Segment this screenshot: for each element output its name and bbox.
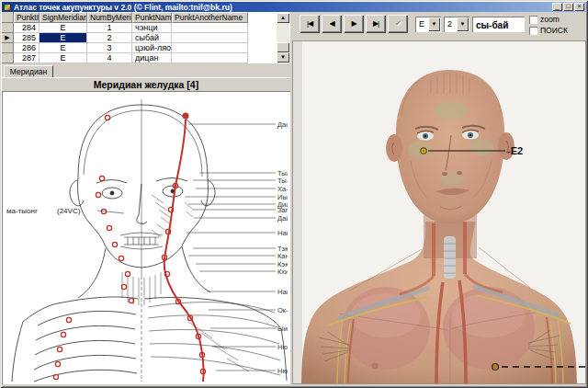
grid-cell[interactable] <box>172 33 248 43</box>
first-record-button[interactable]: |◀ <box>300 15 320 33</box>
figure-outline <box>12 99 287 382</box>
point-label: Нан- <box>277 229 288 237</box>
figure-right-annotations: Дао-ТыаТы-Ха-Иы-Диа-Зап-Дай-Нан-ТзюКан-К… <box>185 120 288 375</box>
grid-row: 287E4дицан <box>2 53 290 63</box>
acupuncture-point <box>112 242 117 246</box>
search-checkbox-label: ПОИСК <box>540 26 568 35</box>
column-header-PunktAnotherName[interactable]: PunktAnotherName <box>172 12 248 23</box>
point-label: Дао- <box>277 120 288 129</box>
next-record-button[interactable]: ▶ <box>344 15 364 33</box>
meridian-select-value: E <box>419 19 424 29</box>
row-marker-icon[interactable]: ▶ <box>2 33 14 43</box>
point-label: Дай- <box>277 214 288 223</box>
body-model: -E2 <box>293 41 585 383</box>
grid-cell[interactable]: E <box>40 53 87 63</box>
grid-cell[interactable]: 286 <box>14 43 40 53</box>
grid-cell[interactable]: 284 <box>14 23 40 33</box>
grid-cell[interactable]: 1 <box>87 23 132 33</box>
grid-cell[interactable]: E <box>40 43 87 53</box>
point-label: Нао- <box>277 288 288 296</box>
grid-cell[interactable]: 285 <box>14 33 40 43</box>
column-header-PunktName[interactable]: PunktName <box>132 12 172 23</box>
point-number-value: 2 <box>447 19 452 29</box>
grid-cell[interactable]: чэнци <box>132 23 172 33</box>
last-record-button[interactable]: ▶| <box>366 15 386 33</box>
app-icon <box>4 4 11 11</box>
window-controls: _ □ × <box>552 3 584 11</box>
zoom-checkbox[interactable] <box>529 16 537 24</box>
acupuncture-point <box>53 374 58 379</box>
grid-cell[interactable]: 2 <box>87 33 132 43</box>
grid-cell[interactable] <box>172 53 248 63</box>
acupuncture-point <box>119 256 123 260</box>
grid-scrollbar[interactable]: ▲ ▼ <box>277 13 289 63</box>
grid-cell[interactable]: дицан <box>132 53 172 63</box>
point-label: Зап- <box>277 206 288 214</box>
chevron-down-icon[interactable]: ▼ <box>457 17 469 31</box>
tab-meridian[interactable]: Меридиан <box>4 65 53 77</box>
drawing-panel: ма-тыонг (24VC) Дао-ТыаТы-Ха-Иы-Диа-Зап-… <box>2 91 290 384</box>
scrollbar-thumb[interactable] <box>277 42 289 52</box>
point-label: Ню- <box>277 367 288 375</box>
model-viewer[interactable]: -E2 <box>292 40 586 384</box>
grid-header-row: PunktIDSignMeridianNumByMeridianPunktNam… <box>2 12 290 23</box>
window-title: Атлас точек акупунктуры v 2.0 (© Flint, … <box>14 3 232 12</box>
left-point-code: (24VC) <box>57 207 81 215</box>
search-checkbox[interactable] <box>529 27 537 35</box>
grid-row: 286E3цзюй-ляо <box>2 43 290 53</box>
grid-cell[interactable] <box>172 43 248 53</box>
close-button[interactable]: × <box>574 3 584 11</box>
navigator-toolbar: |◀ ◀ ▶ ▶| ✔ E ▼ 2 ▼ zoom ПОИСК <box>292 12 586 40</box>
title-bar[interactable]: Атлас точек акупунктуры v 2.0 (© Flint, … <box>2 2 586 12</box>
point-label: Ты- <box>277 177 288 185</box>
point-label: Ню- <box>277 343 288 351</box>
point-label: Ха- <box>277 185 288 193</box>
grid-cell[interactable]: E <box>40 33 87 43</box>
point-label: Ыиг- <box>277 325 288 333</box>
post-record-button[interactable]: ✔ <box>388 15 408 33</box>
scroll-up-icon[interactable]: ▲ <box>277 13 289 23</box>
row-selector[interactable] <box>2 23 14 33</box>
grid-cell[interactable]: 3 <box>87 43 132 53</box>
grid-cell[interactable]: 4 <box>87 53 132 63</box>
meridian-header: Меридиан желудка [4] <box>2 78 290 91</box>
grid-row: 284E1чэнци <box>2 23 290 33</box>
maximize-button[interactable]: □ <box>563 3 573 11</box>
acupuncture-point <box>55 361 60 366</box>
point-number-select[interactable]: 2 ▼ <box>444 17 469 32</box>
column-header-SignMeridian[interactable]: SignMeridian <box>40 12 87 23</box>
grid-cell[interactable]: сыбай <box>132 33 172 43</box>
point-label: Кхи- <box>277 268 288 276</box>
grid-cell[interactable]: 287 <box>14 53 40 63</box>
grid-cell[interactable] <box>172 23 248 33</box>
grid-body: PunktIDSignMeridianNumByMeridianPunktNam… <box>2 12 290 63</box>
search-checkbox-row: ПОИСК <box>529 26 568 35</box>
point-name-input[interactable] <box>472 17 525 32</box>
grid-cell[interactable]: цзюй-ляо <box>132 43 172 53</box>
acupuncture-point <box>57 347 62 351</box>
anatomical-drawing: ма-тыонг (24VC) Дао-ТыаТы-Ха-Иы-Диа-Зап-… <box>5 92 288 382</box>
minimize-button[interactable]: _ <box>552 3 562 11</box>
zoom-checkbox-label: zoom <box>540 15 560 24</box>
scroll-down-icon[interactable]: ▼ <box>277 52 289 63</box>
row-selector[interactable] <box>2 43 14 53</box>
acupuncture-point <box>105 115 109 120</box>
grid-corner <box>2 12 14 23</box>
acupuncture-point <box>99 176 104 180</box>
meridian-line <box>164 113 204 382</box>
chevron-down-icon[interactable]: ▼ <box>428 17 440 31</box>
row-selector[interactable] <box>2 53 14 63</box>
points-grid: PunktIDSignMeridianNumByMeridianPunktNam… <box>2 12 290 63</box>
column-header-NumByMeridian[interactable]: NumByMeridian <box>87 12 132 23</box>
grid-cell[interactable]: E <box>40 23 87 33</box>
active-point-label: -E2 <box>507 145 523 156</box>
column-header-PunktID[interactable]: PunktID <box>14 12 40 23</box>
prev-record-button[interactable]: ◀ <box>322 15 342 33</box>
grid-row: ▶285E2сыбай <box>2 33 290 43</box>
acupuncture-point <box>96 192 100 197</box>
acupuncture-point <box>66 317 71 322</box>
acupuncture-point <box>107 225 111 230</box>
meridian-select[interactable]: E ▼ <box>415 17 441 32</box>
point-label: Ок- <box>277 306 288 314</box>
point-label: Кан- <box>277 252 288 260</box>
